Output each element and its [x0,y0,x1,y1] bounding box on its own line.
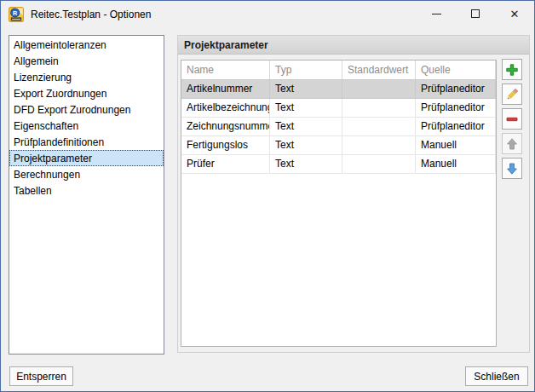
add-button[interactable] [502,59,522,80]
pencil-icon [505,88,519,101]
minus-icon [505,112,519,126]
cell-quelle: Manuell [416,155,496,174]
cell-typ: Text [270,80,342,99]
column-header-typ[interactable]: Typ [270,61,342,79]
cell-standardwert [342,118,416,136]
window-title: Reitec.Testplan - Optionen [31,9,151,20]
cell-typ: Text [270,136,342,155]
maximize-icon [471,9,480,18]
sidebar-item-allgemeintoleranzen[interactable]: Allgemeintoleranzen [9,37,164,53]
table-row[interactable]: PrüferTextManuell [181,155,496,174]
sidebar-item-export-zuordnungen[interactable]: Export Zuordnungen [9,85,164,101]
sidebar-item-eigenschaften[interactable]: Eigenschaften [9,118,164,134]
close-button[interactable]: ✕ [495,1,534,26]
minimize-button[interactable] [417,1,456,26]
cell-quelle: Prüfplaneditor [416,80,496,99]
sidebar-item-allgemein[interactable]: Allgemein [9,53,164,69]
cell-name: Fertigungslos [181,136,270,155]
sidebar-item-pruefplandefinitionen[interactable]: Prüfplandefinitionen [9,134,164,150]
params-table: NameTypStandardwertQuelle ArtikelnummerT… [181,60,497,347]
cell-standardwert [342,136,416,155]
cell-quelle: Prüfplaneditor [416,99,496,118]
remove-button[interactable] [502,108,522,130]
cell-standardwert [342,80,416,99]
cell-quelle: Manuell [416,136,496,155]
column-header-name[interactable]: Name [181,61,270,79]
table-body: ArtikelnummerTextPrüfplaneditorArtikelbe… [181,80,496,174]
cell-quelle: Prüfplaneditor [416,118,496,136]
table-row[interactable]: ArtikelbezeichnungTextPrüfplaneditor [181,99,496,118]
cell-standardwert [342,155,416,174]
cell-typ: Text [270,99,342,118]
move-down-button[interactable] [502,158,522,179]
column-header-quelle[interactable]: Quelle [416,61,496,79]
sidebar-list: AllgemeintoleranzenAllgemeinLizenzierung… [9,35,164,355]
sidebar-item-dfd-export-zurodnungen[interactable]: DFD Export Zurodnungen [9,101,164,118]
options-dialog: R Reitec.Testplan - Optionen ✕ Allgemein… [0,0,535,392]
plus-icon [505,63,519,77]
edit-button[interactable] [502,84,522,105]
title-bar: R Reitec.Testplan - Optionen ✕ [1,1,534,27]
cell-name: Artikelbezeichnung [181,99,270,118]
cell-name: Zeichnungsnummer [181,118,270,136]
cell-standardwert [342,99,416,118]
window-controls: ✕ [417,1,534,26]
cell-name: Prüfer [181,155,270,174]
panel-title: Projektparameter [178,36,529,55]
sidebar-item-tabellen[interactable]: Tabellen [9,182,164,199]
sidebar-item-lizenzierung[interactable]: Lizenzierung [9,69,164,85]
sidebar-item-projektparameter[interactable]: Projektparameter [9,150,164,166]
cell-typ: Text [270,118,342,136]
sidebar-item-berechnungen[interactable]: Berechnungen [9,166,164,182]
maximize-button[interactable] [456,1,495,26]
row-toolbar [502,59,522,182]
table-row[interactable]: FertigungslosTextManuell [181,136,496,155]
close-icon: ✕ [510,9,520,20]
projektparameter-panel: Projektparameter NameTypStandardwertQuel… [177,35,530,353]
move-up-button[interactable] [502,133,522,154]
table-header-row: NameTypStandardwertQuelle [181,61,496,80]
unlock-button[interactable]: Entsperren [9,366,73,386]
close-dialog-button[interactable]: Schließen [465,366,528,386]
arrow-up-icon [505,137,519,151]
table-row[interactable]: ZeichnungsnummerTextPrüfplaneditor [181,118,496,136]
app-icon: R [9,7,24,22]
cell-typ: Text [270,155,342,174]
cell-name: Artikelnummer [181,80,270,99]
arrow-down-icon [505,162,519,176]
minimize-icon [432,14,441,14]
column-header-standardwert[interactable]: Standardwert [342,61,416,79]
svg-text:R: R [13,9,18,17]
table-row[interactable]: ArtikelnummerTextPrüfplaneditor [181,80,496,99]
